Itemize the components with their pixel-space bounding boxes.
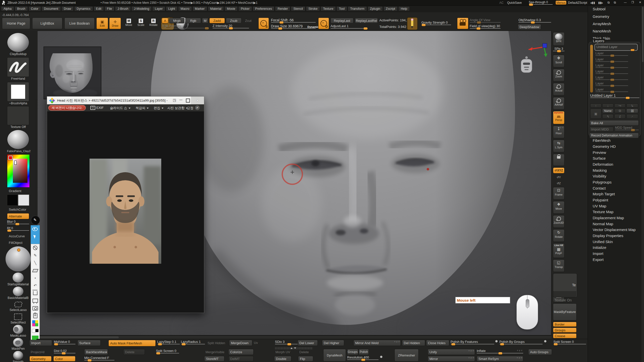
close-holes-button[interactable]: Close Holes	[426, 340, 449, 346]
layer-merge-down-button[interactable]	[602, 114, 614, 119]
geometry-button[interactable]: Geometry	[29, 356, 52, 361]
zcut-button[interactable]: Zcut	[243, 18, 254, 23]
layer-row-5[interactable]: Layer	[595, 75, 628, 80]
morph-uv-button[interactable]: Morph UV	[274, 349, 289, 355]
edit-mode-button[interactable]: Edit	[96, 18, 108, 29]
mergedown-button[interactable]: MergeDown	[229, 340, 252, 346]
focal-shift-slider[interactable]: Focal Shift -56	[271, 18, 316, 23]
select-rect-item[interactable]: SelectRect	[7, 313, 29, 324]
freehand-thumb[interactable]	[7, 57, 29, 77]
section-import[interactable]: Import	[593, 251, 603, 256]
obj-shadow-slider[interactable]: ObjShadow 0.3	[518, 18, 551, 23]
lock-camera-button[interactable]	[553, 154, 565, 166]
zremesher-button[interactable]: ZRemesher	[394, 349, 419, 361]
auto-groups-button[interactable]: Auto Groups	[528, 349, 552, 355]
material-selector[interactable]: FabioPaiva_Clay2	[7, 130, 29, 153]
section-displacement-map[interactable]: Displacement Map	[593, 216, 624, 220]
quicksave-button[interactable]: QuickSave	[507, 1, 522, 5]
camera-icon-button[interactable]	[457, 18, 468, 29]
scale-mode-button[interactable]: SScale	[136, 18, 146, 26]
cursor-icon[interactable]	[31, 233, 39, 240]
menu-jbrush[interactable]: J-Brush	[115, 6, 131, 11]
projectall-button[interactable]: ProjectAll	[29, 349, 51, 355]
window-layout-icon[interactable]	[608, 1, 610, 4]
rotate-view-button[interactable]: Rotate	[553, 229, 565, 242]
divider-right-icon[interactable]: ▮▮▸	[598, 1, 603, 5]
mask-lasso-item[interactable]: MaskLasso	[7, 325, 29, 337]
layer-redo-button[interactable]	[614, 104, 626, 108]
menu-edit[interactable]: Edit	[94, 6, 104, 11]
clipboard-icon[interactable]	[31, 312, 39, 320]
palette-icon[interactable]	[31, 320, 39, 327]
section-polypaint[interactable]: Polypaint	[593, 198, 608, 202]
see-through-slider[interactable]: See-through 0	[529, 0, 553, 5]
layer-up-button[interactable]	[590, 104, 601, 108]
section-geometry-hd[interactable]: Geometry HD	[593, 144, 616, 149]
photo-minimize-icon[interactable]	[179, 98, 182, 102]
replay-last-button[interactable]: ReplayLast	[331, 18, 353, 23]
texture-on-label[interactable]: Texture On	[554, 298, 572, 302]
eraser-icon[interactable]	[31, 267, 39, 274]
section-masking[interactable]: Masking	[593, 168, 607, 172]
layer-invert-button[interactable]	[626, 114, 638, 119]
move-mode-button[interactable]: MMove	[124, 18, 134, 26]
switch-color-button[interactable]: SwitchColor	[7, 207, 29, 212]
mask-pen-item[interactable]: MaskPen	[7, 338, 29, 350]
polish-button[interactable]: Polish	[359, 349, 369, 355]
library-menu[interactable]: 사진 보관함	[167, 106, 188, 110]
crease-button[interactable]: Crease	[553, 333, 577, 338]
section-nanomesh[interactable]: NanoMesh	[593, 29, 611, 33]
section-geometry[interactable]: Geometry	[593, 14, 609, 19]
texture-selector[interactable]: Texture Off	[7, 106, 29, 129]
section-deformation[interactable]: Deformation	[593, 162, 613, 166]
polyf-button[interactable]: Line FillPolyF	[553, 243, 565, 258]
del-lower-button[interactable]: Del Lower	[298, 340, 318, 346]
gradient-button[interactable]: Gradient	[7, 188, 29, 194]
zoom-button[interactable]: Zoom	[553, 69, 565, 81]
rf-slider[interactable]: Rf 0	[7, 226, 29, 231]
layer-delete-button[interactable]	[626, 109, 638, 113]
auto-mask-fibermesh-button[interactable]: Auto Mask FiberMesh	[108, 340, 156, 346]
mergevisible-button[interactable]: MergeVisible	[204, 349, 225, 355]
z-rotate-button[interactable]: Z	[553, 180, 565, 186]
menu-zscript[interactable]: Zscript	[383, 6, 398, 11]
bake-all-button[interactable]: Bake All	[589, 120, 639, 126]
zscript-button[interactable]: DefaultZScript	[568, 1, 587, 5]
flip-button[interactable]: Flip	[298, 356, 313, 361]
menu-document[interactable]: Document	[42, 6, 61, 11]
dynamic-draw-size-button[interactable]: +D	[318, 18, 329, 29]
marker-icon[interactable]	[31, 252, 39, 259]
field-of-view-slider[interactable]: Field of view(deg) 30	[470, 24, 501, 29]
del-higher-button[interactable]: Del Higher	[322, 340, 344, 346]
section-contact[interactable]: Contact	[593, 186, 606, 190]
layer-row-6[interactable]: Layer	[595, 81, 628, 86]
camera-capture-icon[interactable]	[31, 304, 39, 312]
section-texture-map[interactable]: Texture Map	[593, 210, 614, 214]
startup-material-item[interactable]: StartupMaterial	[7, 273, 29, 286]
deep-shadow-button[interactable]: DeepShadow	[518, 24, 541, 30]
smooth-item[interactable]: Smooth	[7, 351, 29, 362]
divider-left-icon[interactable]: ◂▮▮	[590, 1, 595, 5]
polish-by-features-slider[interactable]: Polish By Features	[451, 340, 494, 344]
close-button[interactable]	[639, 1, 641, 4]
resolution-toggle[interactable]	[380, 355, 383, 358]
menu-alpha[interactable]: Alpha	[1, 6, 14, 11]
menu-color[interactable]: Color	[28, 6, 41, 11]
alternate-button[interactable]: Alternate	[7, 213, 29, 219]
sdiv-slider[interactable]: SDiv 3	[275, 340, 301, 344]
fill-object-button[interactable]: FillObject	[7, 240, 29, 245]
anchor-a-button[interactable]: A	[162, 18, 168, 23]
smart-resym-button[interactable]: Smart ReSymx y z	[477, 356, 523, 361]
section-visibility[interactable]: Visibility	[593, 174, 606, 178]
photo-viewer-window[interactable]: Head 사진 레퍼런스 > 49217dd52f7d7b542151af3f2…	[47, 96, 204, 313]
menu-zplugin[interactable]: Zplugin	[368, 6, 383, 11]
polish-features-toggle[interactable]	[495, 340, 498, 343]
section-morph-target[interactable]: Morph Target	[593, 192, 615, 196]
spix-slider[interactable]: SPix 3	[553, 47, 565, 51]
panel-scrollbar[interactable]	[641, 6, 644, 362]
mirror-and-weld-button[interactable]: Mirror And Weldx y z	[353, 340, 401, 346]
dynamesh-button[interactable]: DynaMesh	[323, 349, 346, 361]
m-button[interactable]: M	[202, 18, 208, 23]
accucurve-button[interactable]: AccuCurve	[7, 233, 29, 239]
line-tool-icon[interactable]	[31, 259, 39, 267]
